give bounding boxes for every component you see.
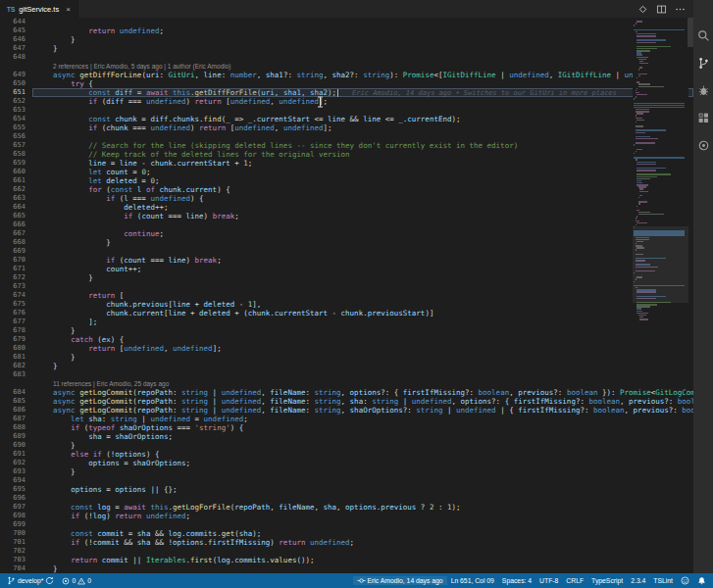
code-line[interactable]: 671 count++; [0,265,693,273]
code-line[interactable]: 697 const log = await this.getLogForFile… [0,503,693,512]
code-line[interactable]: 674 return [ [0,291,693,300]
code-line[interactable]: 667 continue; [0,229,693,238]
code-line[interactable]: 645 return undefined; [0,26,693,35]
code-line[interactable]: 663 if (l === undefined) { [0,194,693,203]
code-line[interactable]: 659 line = line - chunk.currentStart + 1… [0,159,693,168]
code-line[interactable]: 700 const commit = sha && log.commits.ge… [0,529,693,538]
minimap-slider[interactable] [633,226,688,303]
code-line[interactable]: 652 if (diff === undefined) return [unde… [0,97,693,106]
code-line[interactable]: 702 [0,547,693,556]
code-line[interactable]: 657 // Search for the line (skipping del… [0,141,693,150]
code-line[interactable]: 693 } [0,467,693,476]
branch-indicator[interactable]: develop* [3,576,58,585]
eol-status[interactable]: CRLF [562,577,587,584]
code-line[interactable]: 683 [0,370,693,379]
cursor-position[interactable]: Ln 651, Col 09 [447,577,498,584]
minimap[interactable] [633,19,688,326]
code-line[interactable]: 664 deleted++; [0,203,693,212]
scrollbar-thumb[interactable] [688,18,693,47]
typescript-version[interactable]: 2.3.4 [627,577,649,584]
code-line[interactable]: 648 [0,53,693,62]
code-line[interactable]: 692 options = shaOrOptions; [0,459,693,467]
code-line[interactable]: 699 [0,520,693,529]
code-text: return [undefined, undefined]; [35,344,222,353]
code-line[interactable]: 690 } [0,441,693,450]
line-number: 648 [0,53,25,62]
encoding-status[interactable]: UTF-8 [535,577,562,584]
code-line[interactable]: 668 } [0,238,693,247]
code-line[interactable]: 653 [0,106,693,115]
line-number: 646 [0,35,25,44]
code-line[interactable]: 675 chunk.previous[line + deleted - 1], [0,300,693,309]
code-line[interactable]: 647 } [0,44,693,53]
tslint-status[interactable]: TSLint [649,577,677,584]
code-line[interactable]: 691 else if (!options) { [0,450,693,459]
code-line[interactable]: 680 return [undefined, undefined]; [0,344,693,353]
code-line[interactable]: 701 if (!commit && sha && !options.first… [0,538,693,547]
code-line[interactable]: 694 [0,476,693,485]
code-text: return commit || Iterables.first(log.com… [35,556,314,564]
line-number: 652 [0,97,25,106]
code-line[interactable]: 704 } [0,564,693,573]
gitlens-blame-status[interactable]: Eric Amodio, 14 days ago [353,576,447,585]
code-line[interactable]: 644 [0,18,693,26]
indentation-status[interactable]: Spaces: 4 [498,577,535,584]
code-line[interactable]: 670 if (count === line) break; [0,256,693,265]
codelens-row[interactable]: 2 references | Eric Amodio, 5 days ago |… [0,62,693,71]
code-line[interactable]: 678 } [0,326,693,335]
code-line[interactable]: 646 } [0,35,693,44]
source-control-icon[interactable] [693,55,713,72]
code-line[interactable]: 685 async getLogCommit(repoPath: string … [0,397,693,406]
code-line[interactable]: 672 } [0,273,693,282]
tab-gitservice[interactable]: TS gitService.ts × [0,0,78,18]
code-line[interactable]: 684 async getLogCommit(repoPath: string … [0,388,693,397]
code-line[interactable]: 649 async getDiffForLine(uri: GitUri, li… [0,71,693,79]
line-number: 665 [0,212,25,220]
code-line[interactable]: 658 // Keep track of the deleted lines f… [0,150,693,159]
search-icon[interactable] [693,27,713,44]
code-line[interactable]: 669 [0,247,693,256]
code-line[interactable]: 679 catch (ex) { [0,335,693,344]
line-number: 664 [0,203,25,212]
code-line[interactable]: 681 } [0,353,693,362]
line-number: 687 [0,415,25,423]
code-line[interactable]: 695 options = options || {}; [0,485,693,494]
code-line[interactable]: 665 if (count === line) break; [0,212,693,220]
code-line[interactable]: 651 const diff = await this.getDiffForFi… [0,88,693,97]
code-line[interactable]: 686 async getLogCommit(repoPath: string … [0,406,693,415]
code-line[interactable]: 677 ]; [0,318,693,326]
code-line[interactable]: 662 for (const l of chunk.current) { [0,185,693,194]
code-line[interactable]: 666 [0,220,693,229]
code-line[interactable]: 682 } [0,362,693,370]
code-line[interactable]: 660 let count = 0; [0,168,693,176]
code-editor[interactable]: 644645 return undefined;646 }647 }6482 r… [0,18,693,573]
extensions-icon[interactable] [693,110,713,126]
code-line[interactable]: 654 const chunk = diff.chunks.find(_ => … [0,115,693,123]
code-line[interactable]: 687 let sha: string | undefined = undefi… [0,415,693,423]
debug-icon[interactable] [693,82,713,99]
code-line[interactable]: 676 chunk.current[line + deleted + (chun… [0,309,693,318]
code-line[interactable]: 703 return commit || Iterables.first(log… [0,556,693,564]
branch-icon [7,576,16,585]
code-line[interactable]: 696 [0,494,693,503]
sync-icon[interactable] [45,576,54,585]
code-line[interactable]: 688 if (typeof shaOrOptions === 'string'… [0,423,693,432]
code-line[interactable]: 661 let deleted = 0; [0,176,693,185]
code-text: } [35,353,76,362]
language-mode[interactable]: TypeScript [587,577,627,584]
code-line[interactable]: 698 if (!log) return undefined; [0,512,693,520]
split-editor-icon[interactable] [656,4,667,15]
code-line[interactable]: 656 [0,132,693,141]
codelens-row[interactable]: 11 references | Eric Amodio, 25 days ago [0,379,693,388]
code-line[interactable]: 650 try { [0,79,693,88]
feedback-smiley-icon[interactable] [677,576,693,585]
code-line[interactable]: 655 if (chunk === undefined) return [und… [0,123,693,132]
bell-icon[interactable] [693,576,710,585]
problems-indicator[interactable]: 0 0 [58,577,95,585]
open-changes-icon[interactable] [637,4,648,15]
code-line[interactable]: 673 [0,282,693,291]
gitlens-icon[interactable] [693,137,713,154]
code-line[interactable]: 689 sha = shaOrOptions; [0,432,693,441]
close-tab-icon[interactable]: × [66,5,71,14]
more-actions-icon[interactable] [675,4,686,15]
